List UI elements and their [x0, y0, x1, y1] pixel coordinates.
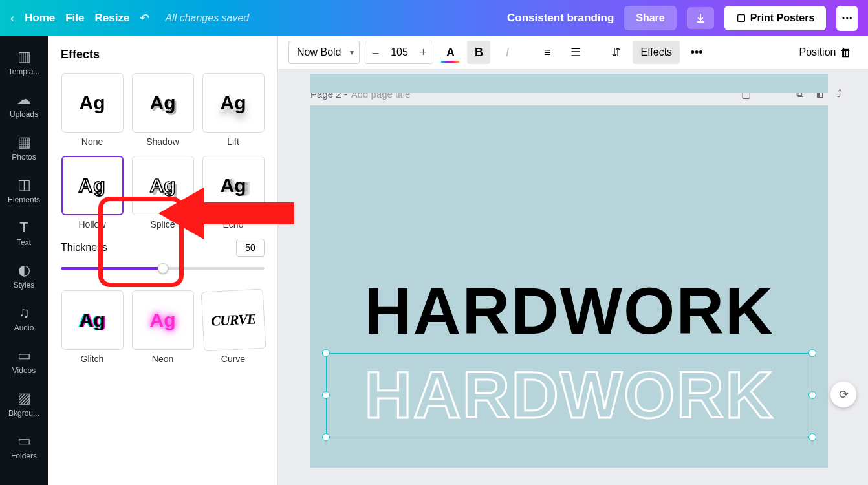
effect-neon-label: Neon — [152, 354, 173, 364]
save-status: All changes saved — [165, 12, 249, 24]
home-menu[interactable]: Home — [25, 12, 55, 25]
file-menu[interactable]: File — [65, 12, 84, 25]
rail-background[interactable]: ▨Bkgrou... — [0, 383, 48, 426]
thickness-input[interactable] — [236, 239, 265, 257]
font-select[interactable]: Now Bold — [288, 41, 360, 64]
effect-splice[interactable]: Ag — [132, 156, 194, 215]
rail-uploads[interactable]: ☁Uploads — [0, 84, 48, 127]
top-bar: ‹ Home File Resize ↶ All changes saved C… — [0, 0, 868, 36]
thickness-slider[interactable] — [61, 262, 265, 275]
design-name[interactable]: Consistent branding — [507, 12, 614, 25]
effects-panel: Effects AgNone AgShadow AgLift AgHollow … — [48, 36, 278, 485]
effect-curve-label: Curve — [221, 354, 245, 364]
uploads-icon: ☁ — [17, 92, 31, 107]
effect-glitch[interactable]: Ag — [61, 290, 124, 350]
add-page-icon[interactable]: ⤴ — [837, 88, 842, 100]
refresh-button[interactable]: ⟳ — [830, 382, 856, 407]
effect-curve[interactable]: CURVE — [201, 289, 266, 352]
text-toolbar: Now Bold – + A B I ≡ ☰ ⇵ Effects ••• Pos… — [278, 36, 868, 69]
effect-neon[interactable]: Ag — [132, 290, 194, 350]
text-hardwork-solid[interactable]: HARDWORK — [331, 274, 807, 349]
align-button[interactable]: ≡ — [536, 41, 559, 64]
share-button[interactable]: Share — [624, 6, 676, 30]
print-posters-button[interactable]: Print Posters — [724, 6, 827, 30]
panel-title: Effects — [61, 48, 265, 61]
selection-handle-bl[interactable] — [322, 433, 330, 441]
spacing-button[interactable]: ⇵ — [604, 41, 627, 64]
effect-lift[interactable]: Ag — [202, 73, 265, 133]
effect-none[interactable]: Ag — [61, 73, 124, 133]
toolbar-more-button[interactable]: ••• — [685, 41, 708, 64]
text-color-button[interactable]: A — [439, 41, 462, 64]
photos-icon: ▦ — [17, 135, 31, 150]
resize-menu[interactable]: Resize — [95, 12, 130, 25]
font-size-input[interactable] — [385, 41, 413, 63]
selection-box — [326, 353, 812, 437]
font-size-plus[interactable]: + — [413, 41, 433, 63]
selection-handle-br[interactable] — [808, 433, 816, 441]
effect-shadow[interactable]: Ag — [132, 73, 194, 133]
effect-echo-label: Echo — [223, 219, 244, 230]
rail-audio[interactable]: ♫Audio — [0, 297, 48, 340]
selection-handle-ml[interactable] — [322, 391, 330, 399]
styles-icon: ◐ — [18, 263, 30, 278]
list-button[interactable]: ☰ — [564, 41, 587, 64]
text-icon: T — [19, 220, 28, 235]
rail-videos[interactable]: ▭Videos — [0, 340, 48, 383]
audio-icon: ♫ — [19, 305, 30, 321]
rail-elements[interactable]: ◫Elements — [0, 169, 48, 212]
effect-glitch-label: Glitch — [81, 354, 104, 364]
selection-handle-tl[interactable] — [322, 349, 330, 357]
effect-lift-label: Lift — [227, 136, 239, 147]
effect-shadow-label: Shadow — [146, 136, 179, 147]
canvas-area: Page 2 - Add page title ▢ ˄ ˅ ⧉ 🗑 ⤴ HARD… — [278, 69, 868, 485]
effect-hollow-label: Hollow — [78, 219, 105, 230]
selection-handle-tr[interactable] — [808, 349, 816, 357]
templates-icon: ▥ — [17, 49, 31, 65]
more-button[interactable]: ··· — [836, 6, 858, 31]
delete-button[interactable]: 🗑 — [834, 41, 858, 64]
download-button[interactable] — [687, 7, 714, 29]
rail-styles[interactable]: ◐Styles — [0, 255, 48, 297]
font-size-minus[interactable]: – — [365, 41, 385, 63]
effect-splice-label: Splice — [150, 219, 175, 230]
videos-icon: ▭ — [17, 348, 31, 363]
effect-echo[interactable]: Ag — [202, 156, 265, 215]
effects-button[interactable]: Effects — [633, 41, 680, 64]
elements-icon: ◫ — [17, 177, 31, 193]
thickness-row: Thickness — [61, 239, 265, 257]
bold-button[interactable]: B — [467, 41, 490, 64]
effect-none-label: None — [81, 136, 103, 147]
svg-rect-0 — [737, 15, 744, 22]
selection-handle-mr[interactable] — [808, 391, 816, 399]
background-icon: ▨ — [17, 391, 31, 406]
folders-icon: ▭ — [17, 433, 31, 449]
left-rail: ▥Templa... ☁Uploads ▦Photos ◫Elements TT… — [0, 36, 48, 485]
back-icon[interactable]: ‹ — [10, 12, 14, 25]
rail-photos[interactable]: ▦Photos — [0, 127, 48, 169]
italic-button[interactable]: I — [495, 41, 519, 64]
rail-templates[interactable]: ▥Templa... — [0, 41, 48, 84]
position-button[interactable]: Position — [806, 41, 829, 64]
prev-page-strip — [310, 74, 828, 93]
effects-grid-1: AgNone AgShadow AgLift — [61, 73, 265, 147]
font-size-group: – + — [365, 41, 433, 64]
undo-icon[interactable]: ↶ — [140, 11, 149, 25]
thickness-label: Thickness — [61, 242, 107, 253]
effects-grid-2: AgHollow AgSplice AgEcho — [61, 156, 265, 230]
effect-hollow[interactable]: Ag — [61, 156, 124, 215]
rail-text[interactable]: TText — [0, 212, 48, 255]
effects-grid-3: AgGlitch AgNeon CURVECurve — [61, 290, 265, 364]
rail-folders[interactable]: ▭Folders — [0, 426, 48, 468]
canvas-page-2[interactable]: HARDWORK HARDWORK — [310, 105, 828, 468]
